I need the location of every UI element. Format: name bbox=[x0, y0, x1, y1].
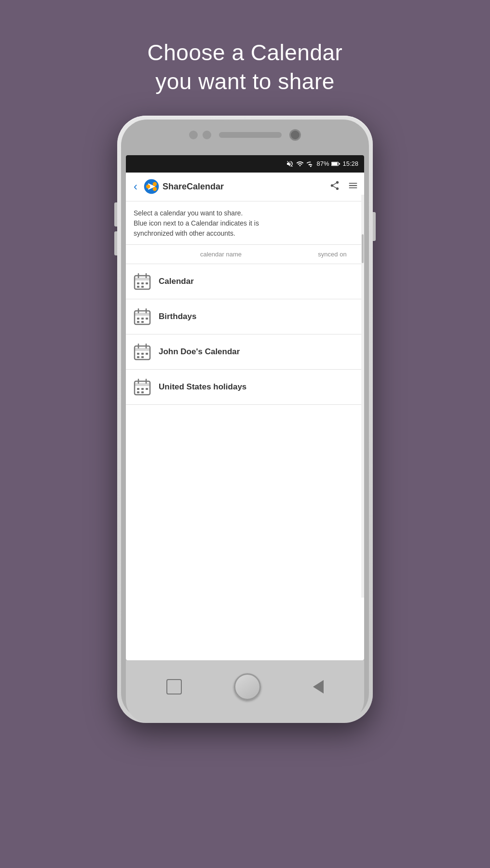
svg-rect-2 bbox=[339, 163, 340, 164]
phone-shell: 87% 15:28 ‹ bbox=[117, 116, 373, 723]
battery-icon bbox=[331, 161, 340, 167]
app-name-label: ShareCalendar bbox=[163, 182, 224, 192]
svg-rect-1 bbox=[332, 162, 338, 165]
app-logo: ShareCalendar bbox=[143, 178, 326, 195]
calendar-name-1: Calendar bbox=[159, 277, 194, 286]
phone-sensors bbox=[189, 129, 301, 141]
svg-rect-31 bbox=[141, 353, 144, 355]
calendar-item-1[interactable]: Calendar bbox=[126, 264, 364, 299]
calendar-icon-1 bbox=[134, 273, 151, 290]
phone-screen: 87% 15:28 ‹ bbox=[126, 155, 364, 660]
svg-rect-42 bbox=[137, 391, 139, 393]
power-button[interactable] bbox=[373, 212, 376, 241]
phone-bottom-nav bbox=[126, 660, 364, 723]
col-calendar-name: calendar name bbox=[134, 251, 308, 258]
svg-rect-41 bbox=[146, 388, 148, 390]
volume-down-button[interactable] bbox=[114, 231, 117, 255]
recent-apps-button[interactable] bbox=[166, 679, 182, 694]
sensor-dot-1 bbox=[189, 131, 198, 139]
info-line-2: Blue icon next to a Calendar indicates i… bbox=[134, 218, 356, 228]
scrollbar-track bbox=[361, 195, 364, 598]
share-calendar-logo-icon bbox=[143, 178, 160, 195]
phone-speaker bbox=[219, 132, 282, 138]
svg-rect-34 bbox=[141, 356, 144, 358]
svg-rect-24 bbox=[137, 321, 139, 323]
info-line-3: synchronized with other accounts. bbox=[134, 228, 356, 239]
svg-rect-40 bbox=[141, 388, 144, 390]
svg-rect-27 bbox=[135, 348, 150, 351]
home-button[interactable] bbox=[234, 673, 261, 700]
svg-rect-21 bbox=[137, 318, 139, 320]
calendar-item-2[interactable]: Birthdays bbox=[126, 299, 364, 334]
svg-point-5 bbox=[153, 182, 157, 187]
page-title: Choose a Calendar you want to share bbox=[148, 39, 343, 96]
share-button[interactable] bbox=[329, 180, 340, 193]
svg-rect-14 bbox=[146, 282, 148, 284]
battery-text: 87% bbox=[316, 160, 329, 167]
calendar-icon-3 bbox=[134, 343, 151, 361]
calendar-name-3: John Doe's Calendar bbox=[159, 347, 240, 357]
time-display: 15:28 bbox=[342, 160, 358, 167]
sensor-dot-2 bbox=[203, 131, 211, 139]
svg-rect-32 bbox=[146, 353, 148, 355]
calendar-icon-4 bbox=[134, 378, 151, 396]
col-synced-on: synced on bbox=[308, 251, 356, 258]
calendar-name-4: United States holidays bbox=[159, 382, 246, 392]
status-bar: 87% 15:28 bbox=[126, 155, 364, 173]
svg-rect-13 bbox=[141, 282, 144, 284]
table-header: calendar name synced on bbox=[126, 244, 364, 264]
front-camera bbox=[289, 129, 301, 141]
svg-rect-36 bbox=[135, 383, 150, 386]
svg-rect-30 bbox=[137, 353, 139, 355]
calendar-icon-2 bbox=[134, 308, 151, 325]
svg-rect-23 bbox=[146, 318, 148, 320]
svg-rect-9 bbox=[135, 278, 150, 280]
svg-rect-39 bbox=[137, 388, 139, 390]
wifi-icon bbox=[296, 160, 304, 168]
volume-up-button[interactable] bbox=[114, 202, 117, 227]
svg-rect-22 bbox=[141, 318, 144, 320]
calendar-name-2: Birthdays bbox=[159, 312, 196, 321]
status-icons: 87% 15:28 bbox=[286, 160, 358, 168]
content-area: Select a calendar you want to share. Blu… bbox=[126, 201, 364, 239]
mute-icon bbox=[286, 160, 294, 168]
svg-rect-15 bbox=[137, 286, 139, 288]
back-nav-button[interactable] bbox=[313, 680, 324, 694]
info-line-1: Select a calendar you want to share. bbox=[134, 208, 356, 218]
svg-rect-43 bbox=[141, 391, 144, 393]
svg-rect-12 bbox=[137, 282, 139, 284]
calendar-item-4[interactable]: United States holidays bbox=[126, 370, 364, 405]
calendar-list: Calendar Birthdays bbox=[126, 264, 364, 405]
svg-point-6 bbox=[153, 187, 157, 191]
signal-icon bbox=[306, 160, 314, 168]
svg-rect-16 bbox=[141, 286, 144, 288]
back-button[interactable]: ‹ bbox=[132, 178, 139, 195]
svg-point-7 bbox=[146, 185, 150, 189]
app-bar: ‹ ShareCalendar bbox=[126, 173, 364, 201]
svg-rect-18 bbox=[135, 313, 150, 316]
toolbar-icons bbox=[329, 180, 358, 193]
svg-rect-33 bbox=[137, 356, 139, 358]
svg-rect-25 bbox=[141, 321, 144, 323]
menu-button[interactable] bbox=[348, 180, 358, 193]
scrollbar-thumb[interactable] bbox=[362, 234, 364, 263]
calendar-item-3[interactable]: John Doe's Calendar bbox=[126, 334, 364, 370]
